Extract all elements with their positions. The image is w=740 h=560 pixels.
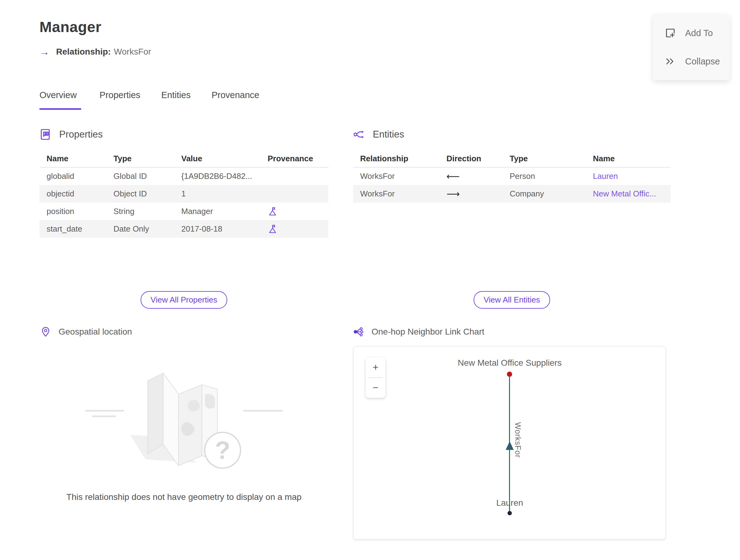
cell-name: position <box>39 207 106 216</box>
direction-right-arrow-icon: ⟶ <box>439 188 502 199</box>
entities-graph-icon <box>353 128 365 141</box>
table-row: WorksFor ⟵ Person Lauren <box>353 168 671 185</box>
zoom-control: + − <box>366 357 385 398</box>
table-row: position String Manager <box>39 203 329 220</box>
properties-section-header: Properties <box>39 128 103 141</box>
entities-table-header: Relationship Direction Type Name <box>353 150 671 168</box>
map-placeholder: ? <box>39 358 329 482</box>
page-title: Manager <box>39 18 101 35</box>
tab-entities[interactable]: Entities <box>161 90 193 110</box>
entities-section-title: Entities <box>373 129 404 140</box>
cell-type: Global ID <box>106 172 174 181</box>
cell-type: Company <box>502 189 586 199</box>
entity-link[interactable]: New Metal Offic... <box>586 189 671 199</box>
cell-name: start_date <box>39 224 106 234</box>
relationship-subtitle: → Relationship: WorksFor <box>39 47 151 57</box>
table-row: objectid Object ID 1 <box>39 185 329 203</box>
edge-arrowhead <box>506 441 514 450</box>
entity-details-page: Manager → Relationship: WorksFor Add To <box>0 0 740 560</box>
collapse-button[interactable]: Collapse <box>653 47 730 76</box>
zoom-out-button[interactable]: − <box>366 378 385 398</box>
geospatial-section-title: Geospatial location <box>59 327 132 337</box>
view-all-properties-wrap: View All Properties <box>39 291 329 309</box>
col-direction: Direction <box>439 154 502 164</box>
link-chart-section-header: One-hop Neighbor Link Chart <box>353 326 484 337</box>
entities-table: Relationship Direction Type Name WorksFo… <box>353 150 671 203</box>
direction-left-arrow-icon: ⟵ <box>439 171 502 182</box>
add-to-label: Add To <box>685 28 713 38</box>
geospatial-empty-message: This relationship does not have geometry… <box>39 492 329 502</box>
map-placeholder-illustration: ? <box>67 358 301 481</box>
add-to-button[interactable]: Add To <box>653 19 730 47</box>
view-all-entities-wrap: View All Entities <box>353 291 671 309</box>
edge-label: WorksFor <box>514 422 522 458</box>
cell-name: objectid <box>39 189 106 199</box>
person-node[interactable] <box>507 511 512 515</box>
node-label-company: New Metal Office Suppliers <box>417 358 602 368</box>
table-row: WorksFor ⟶ Company New Metal Offic... <box>353 185 671 203</box>
view-all-entities-button[interactable]: View All Entities <box>474 291 550 309</box>
entity-link[interactable]: Lauren <box>586 172 671 181</box>
col-type: Type <box>106 154 174 164</box>
cell-value: Manager <box>174 207 261 216</box>
tab-properties[interactable]: Properties <box>100 90 143 110</box>
view-all-properties-button[interactable]: View All Properties <box>141 291 227 309</box>
actions-panel: Add To Collapse <box>653 14 730 80</box>
cell-value: 2017-08-18 <box>174 224 261 234</box>
provenance-flag-icon[interactable] <box>268 224 278 234</box>
col-provenance: Provenance <box>261 154 329 164</box>
col-relationship: Relationship <box>353 154 439 164</box>
link-chart-section-title: One-hop Neighbor Link Chart <box>372 327 484 337</box>
detail-tabs: Overview Properties Entities Provenance <box>39 90 280 110</box>
cell-value: 1 <box>174 189 261 199</box>
cell-provenance <box>261 207 329 216</box>
cell-relationship: WorksFor <box>353 189 439 199</box>
collapse-label: Collapse <box>685 57 720 67</box>
cell-type: Date Only <box>106 224 174 234</box>
add-to-icon <box>664 27 676 39</box>
table-row: globalid Global ID {1A9DB2B6-D482... <box>39 168 329 185</box>
zoom-in-button[interactable]: + <box>366 357 385 377</box>
one-hop-network-icon <box>353 326 364 337</box>
map-pin-icon <box>40 326 51 337</box>
cell-provenance <box>261 224 329 234</box>
cell-type: Object ID <box>106 189 174 199</box>
node-label-person: Lauren <box>417 498 602 508</box>
relationship-arrow-icon: → <box>39 47 49 57</box>
col-type: Type <box>502 154 586 164</box>
cell-type: Person <box>502 172 586 181</box>
tab-overview[interactable]: Overview <box>39 90 81 110</box>
cell-relationship: WorksFor <box>353 172 439 181</box>
subtitle-label: Relationship: <box>56 47 111 57</box>
entities-section-header: Entities <box>353 128 404 141</box>
tab-provenance[interactable]: Provenance <box>211 90 262 110</box>
link-chart-canvas[interactable]: + − New Metal Office Suppliers WorksFor … <box>353 346 666 540</box>
properties-table-header: Name Type Value Provenance <box>39 150 329 168</box>
properties-section-title: Properties <box>59 129 103 140</box>
question-mark-glyph: ? <box>214 436 230 464</box>
cell-name: globalid <box>39 172 106 181</box>
col-value: Value <box>174 154 261 164</box>
collapse-chevrons-icon <box>664 55 676 68</box>
table-row: start_date Date Only 2017-08-18 <box>39 220 329 238</box>
provenance-flag-icon[interactable] <box>268 207 278 216</box>
cell-value: {1A9DB2B6-D482... <box>174 172 261 181</box>
properties-table: Name Type Value Provenance globalid Glob… <box>39 150 329 238</box>
col-name: Name <box>586 154 671 164</box>
col-name: Name <box>39 154 106 164</box>
subtitle-value: WorksFor <box>114 47 151 57</box>
geospatial-section-header: Geospatial location <box>40 326 132 337</box>
properties-icon <box>39 128 52 141</box>
cell-type: String <box>106 207 174 216</box>
